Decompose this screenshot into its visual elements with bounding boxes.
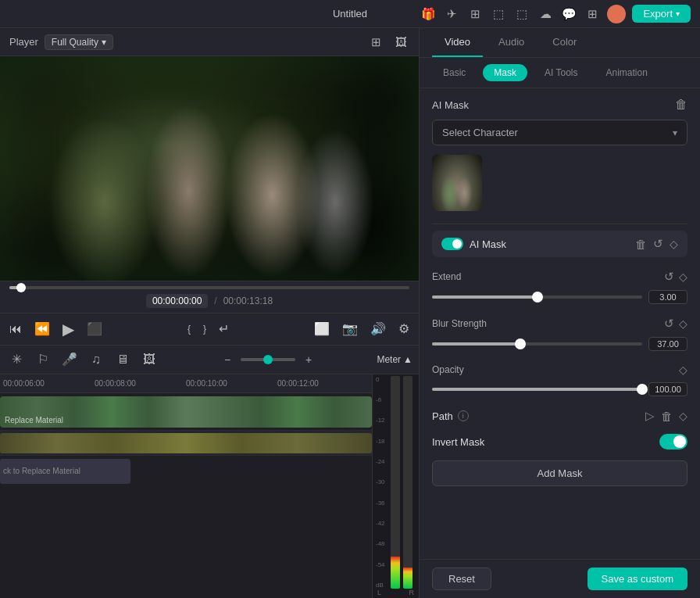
current-time[interactable]: 00:00:00:00: [146, 294, 208, 308]
image-icon[interactable]: 🖼: [392, 34, 409, 51]
mask-delete-button[interactable]: 🗑: [635, 238, 647, 251]
volume-button[interactable]: 🔊: [370, 321, 386, 336]
cloud-icon[interactable]: ☁: [537, 5, 554, 23]
main-clip[interactable]: Replace Material: [0, 396, 372, 428]
meter-scale: 0 -6 -12 -18 -24 -30 -36 -42 -48 -54 dB: [374, 376, 417, 589]
mask-item-header: AI Mask 🗑 ↺ ◇: [441, 237, 678, 251]
time-separator: /: [214, 295, 216, 306]
player-toolbar-right: ⊞ 🖼: [367, 34, 409, 51]
blur-slider[interactable]: [432, 342, 642, 346]
top-bar: Untitled 🎁 ✈ ⊞ ⬚ ⬚ ☁ 💬 ⊞ Export ▾: [0, 0, 700, 28]
timeline-tool-sun[interactable]: ✳: [6, 349, 27, 370]
mask-item-label: AI Mask: [470, 238, 629, 250]
fullscreen-button[interactable]: ⬜: [314, 321, 330, 336]
gift-icon[interactable]: 🎁: [420, 5, 437, 23]
share-icon[interactable]: ⬚: [513, 5, 530, 23]
mask-keyframe-button[interactable]: ◇: [670, 238, 678, 250]
opacity-icons: ◇: [679, 363, 688, 376]
crop-icon[interactable]: ⬚: [490, 5, 507, 23]
blur-control-right: ↺ ◇: [664, 317, 688, 331]
db-12: -12: [376, 417, 385, 424]
path-delete-button[interactable]: 🗑: [661, 410, 673, 423]
marker-button[interactable]: ↵: [219, 321, 229, 336]
play-button[interactable]: ▶: [62, 320, 74, 338]
subtab-basic[interactable]: Basic: [432, 64, 477, 81]
invert-mask-toggle[interactable]: [659, 434, 688, 449]
opacity-value[interactable]: 100.00: [648, 382, 688, 396]
db-54: -54: [376, 561, 385, 568]
db-48: -48: [376, 540, 385, 547]
zoom-slider[interactable]: [241, 358, 295, 361]
meter-toggle[interactable]: Meter ▲: [377, 354, 412, 365]
extend-icons: ↺ ◇: [664, 270, 688, 284]
extend-control-right: ↺ ◇: [664, 270, 688, 284]
opacity-slider[interactable]: [432, 388, 642, 391]
zoom-thumb: [263, 355, 273, 364]
tab-video[interactable]: Video: [432, 28, 483, 57]
meter-right-fill: [403, 568, 412, 589]
send-icon[interactable]: ✈: [443, 5, 460, 23]
split-left-button[interactable]: {: [188, 324, 191, 335]
meter-left-label: L: [377, 589, 381, 596]
timeline-tool-flag[interactable]: ⚐: [33, 349, 53, 370]
reset-button[interactable]: Reset: [432, 568, 491, 590]
add-mask-button[interactable]: Add Mask: [432, 460, 688, 486]
lower-clip[interactable]: ck to Replace Material: [0, 459, 130, 484]
tab-audio[interactable]: Audio: [486, 28, 537, 57]
timeline-tool-mic[interactable]: 🎤: [59, 349, 80, 370]
invert-mask-label: Invert Mask: [432, 436, 484, 448]
mask-toggle[interactable]: [441, 238, 463, 250]
user-avatar[interactable]: [607, 5, 626, 23]
select-character-dropdown[interactable]: Select Character ▾: [432, 120, 688, 145]
stop-button[interactable]: ⬛: [87, 321, 102, 336]
zoom-out-button[interactable]: −: [217, 349, 238, 370]
blur-value[interactable]: 37.00: [648, 337, 688, 351]
blur-reset-icon[interactable]: ↺: [664, 317, 674, 331]
subtab-mask[interactable]: Mask: [483, 64, 527, 81]
export-button[interactable]: Export ▾: [632, 5, 691, 23]
blur-slider-row: 37.00: [432, 337, 688, 351]
timeline-toolbar: ✳ ⚐ 🎤 ♫ 🖥 🖼 − + Meter ▲: [0, 345, 419, 374]
ruler-08: 00:00:08:00: [95, 379, 186, 388]
tab-color[interactable]: Color: [540, 28, 589, 57]
subtab-ai-tools[interactable]: AI Tools: [534, 64, 588, 81]
db-6: -6: [376, 396, 385, 403]
timeline-tool-image2[interactable]: 🖼: [139, 349, 159, 370]
left-panel: Player Full Quality ▾ ⊞ 🖼: [0, 28, 420, 598]
path-play-button[interactable]: ▷: [645, 409, 655, 423]
grid-view-icon[interactable]: ⊞: [367, 34, 384, 51]
path-keyframe-button[interactable]: ◇: [679, 410, 688, 422]
grid-icon[interactable]: ⊞: [584, 5, 601, 23]
extend-value[interactable]: 3.00: [648, 290, 688, 304]
progress-thumb: [16, 283, 26, 292]
split-right-button[interactable]: }: [203, 324, 206, 335]
mask-reset-button[interactable]: ↺: [653, 237, 663, 251]
frame-back-button[interactable]: ⏪: [34, 321, 50, 336]
ai-mask-delete-button[interactable]: 🗑: [675, 98, 688, 112]
audio-clip[interactable]: [0, 433, 372, 453]
chat-icon[interactable]: 💬: [560, 5, 577, 23]
ai-mask-title: AI Mask: [432, 99, 469, 111]
subtab-animation[interactable]: Animation: [595, 64, 658, 81]
extend-slider[interactable]: [432, 295, 642, 299]
skip-back-button[interactable]: ⏮: [9, 322, 22, 336]
zoom-in-button[interactable]: +: [298, 349, 319, 370]
progress-track[interactable]: [9, 286, 409, 289]
quality-dropdown[interactable]: Full Quality ▾: [45, 34, 113, 50]
meter-right-label: R: [409, 589, 415, 596]
character-thumbnail[interactable]: [432, 155, 482, 211]
opacity-keyframe-icon[interactable]: ◇: [679, 363, 688, 376]
timeline-tool-music[interactable]: ♫: [86, 349, 106, 370]
settings-button[interactable]: ⚙: [398, 321, 409, 336]
path-info-icon[interactable]: i: [458, 410, 469, 421]
snapshot-button[interactable]: 📷: [342, 321, 358, 336]
save-button[interactable]: Save as custom: [588, 568, 688, 590]
extend-reset-icon[interactable]: ↺: [664, 270, 674, 284]
layout-icon[interactable]: ⊞: [466, 5, 484, 23]
meter-left: [391, 376, 400, 589]
timeline-tool-screen[interactable]: 🖥: [112, 349, 133, 370]
blur-keyframe-icon[interactable]: ◇: [679, 317, 688, 331]
extend-keyframe-icon[interactable]: ◇: [679, 270, 688, 284]
divider-1: [432, 224, 688, 224]
video-area: [0, 56, 419, 281]
